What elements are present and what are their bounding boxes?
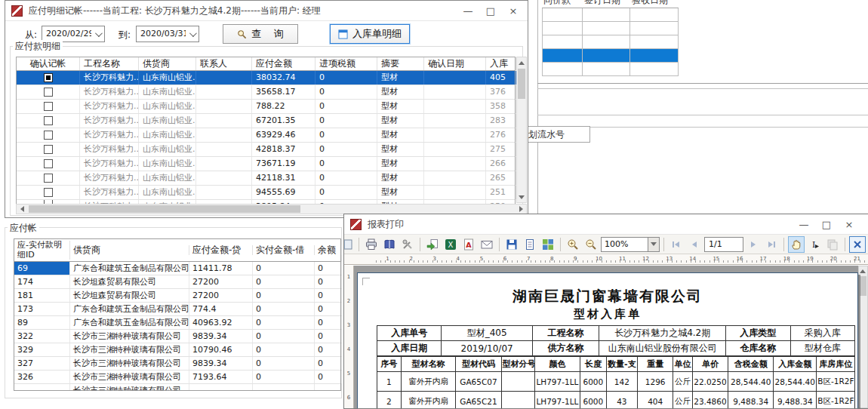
- balance-cell[interactable]: 0: [315, 357, 342, 370]
- checkbox-icon[interactable]: [44, 116, 53, 125]
- excel-icon[interactable]: X: [442, 236, 459, 253]
- supplier-cell[interactable]: 长沙坦森贸易有限公司: [70, 289, 189, 302]
- table-row[interactable]: 长沙市三湘特种玻璃有限公司: [14, 384, 340, 390]
- credit-cell[interactable]: [253, 384, 315, 390]
- credit-cell[interactable]: 0: [253, 262, 315, 275]
- table-row[interactable]: [542, 8, 679, 22]
- confirm-date-cell[interactable]: [424, 71, 486, 85]
- scrollbar-thumb[interactable]: [518, 69, 525, 99]
- debit-cell[interactable]: 27200: [189, 275, 253, 288]
- amount-cell[interactable]: 788.22: [252, 100, 315, 113]
- maximize-button[interactable]: □: [479, 1, 502, 21]
- payable-id-cell[interactable]: 327: [14, 357, 70, 370]
- table-row[interactable]: [542, 22, 679, 35]
- scroll-up-icon[interactable]: [858, 266, 867, 275]
- tax-cell[interactable]: 0: [315, 100, 377, 113]
- tools-icon[interactable]: [399, 236, 416, 253]
- column-header[interactable]: 供货商: [139, 57, 196, 70]
- balance-cell[interactable]: 0: [315, 289, 342, 302]
- package-icon[interactable]: [540, 236, 556, 253]
- maximize-button[interactable]: □: [815, 214, 838, 235]
- tax-cell[interactable]: 0: [315, 157, 377, 171]
- column-header[interactable]: 联系人: [196, 57, 252, 70]
- balance-cell[interactable]: 0: [315, 343, 342, 356]
- table-row[interactable]: 长沙万科魅力... 山东南山铝业... 38032.74 0 型材 405: [17, 71, 515, 85]
- confirm-checkbox-cell[interactable]: [17, 85, 80, 99]
- project-cell[interactable]: 长沙万科魅力...: [80, 186, 139, 199]
- credit-cell[interactable]: 0: [253, 371, 315, 383]
- supplier-cell[interactable]: 广东合和建筑五金制品有限公司: [70, 303, 189, 315]
- summary-cell[interactable]: 型材: [377, 128, 424, 142]
- inbound-no-cell[interactable]: 405: [486, 71, 516, 85]
- balance-cell[interactable]: 0: [315, 303, 342, 315]
- chevron-down-icon[interactable]: [91, 27, 103, 41]
- column-header[interactable]: 摘要: [377, 57, 424, 70]
- supplier-cell[interactable]: 长沙市三湘特种玻璃有限公司: [70, 330, 189, 343]
- sidebar-toggle-icon[interactable]: [344, 236, 355, 253]
- supplier-cell[interactable]: 长沙坦森贸易有限公司: [70, 275, 189, 288]
- column-header[interactable]: 入库: [486, 57, 516, 70]
- titlebar[interactable]: 报表打印 — □ ×: [344, 214, 868, 235]
- print-preview-area[interactable]: 123456 湖南巨晟门窗幕墙有限公司 型材入库单 入库单号: [344, 266, 868, 408]
- supplier-cell[interactable]: 山东南山铝业...: [139, 100, 196, 113]
- close-button[interactable]: ×: [502, 1, 525, 21]
- column-header[interactable]: 进项税额: [315, 57, 377, 70]
- confirm-date-cell[interactable]: [424, 100, 486, 113]
- zoom-level-combo[interactable]: 100%: [601, 237, 660, 252]
- credit-cell[interactable]: 0: [253, 316, 315, 329]
- amount-cell[interactable]: 63929.46: [252, 128, 315, 142]
- balance-cell[interactable]: 0: [315, 262, 342, 275]
- balance-cell[interactable]: [315, 384, 340, 390]
- checkbox-icon[interactable]: [44, 159, 53, 168]
- checkbox-icon[interactable]: [44, 145, 53, 154]
- tax-cell[interactable]: 0: [315, 171, 377, 185]
- supplier-cell[interactable]: 山东南山铝业...: [139, 186, 196, 199]
- confirm-checkbox-cell[interactable]: [17, 71, 80, 85]
- table-row[interactable]: 322 长沙市三湘特种玻璃有限公司 9839.34 0 0: [14, 330, 340, 343]
- confirm-date-cell[interactable]: [424, 114, 486, 128]
- summary-cell[interactable]: 型材: [377, 143, 424, 156]
- supplier-cell[interactable]: 山东南山铝业...: [139, 71, 196, 85]
- to-date-combo[interactable]: 2020/03/31: [136, 26, 199, 42]
- zoom-out-icon[interactable]: [583, 236, 599, 253]
- payable-id-cell[interactable]: 181: [14, 289, 70, 302]
- confirm-checkbox-cell[interactable]: [17, 114, 80, 128]
- debit-cell[interactable]: [189, 384, 253, 390]
- supplier-cell[interactable]: 长沙市三湘特种玻璃有限公司: [70, 384, 189, 390]
- contact-cell[interactable]: [196, 186, 252, 199]
- payable-id-cell[interactable]: 89: [14, 316, 70, 329]
- summary-cell[interactable]: 型材: [377, 171, 424, 185]
- confirm-date-cell[interactable]: [424, 143, 486, 156]
- hand-tool-icon[interactable]: [788, 236, 805, 253]
- payable-id-cell[interactable]: 322: [14, 330, 70, 343]
- column-header[interactable]: 余额: [315, 245, 342, 256]
- vertical-scrollbar[interactable]: [516, 57, 527, 203]
- inbound-no-cell[interactable]: 275: [486, 143, 516, 156]
- inbound-no-cell[interactable]: 266: [486, 157, 516, 171]
- column-header[interactable]: 供货商: [70, 245, 189, 256]
- first-page-icon[interactable]: [668, 236, 685, 253]
- preview-scrollbar[interactable]: [858, 266, 868, 408]
- contact-cell[interactable]: [196, 143, 252, 156]
- supplier-cell[interactable]: 长沙市三湘特种玻璃有限公司: [70, 343, 189, 356]
- scroll-up-icon[interactable]: [517, 58, 526, 67]
- credit-cell[interactable]: 0: [253, 275, 315, 288]
- summary-cell[interactable]: 型材: [377, 100, 424, 113]
- titlebar[interactable]: 应付明细记帐------当前工程: 长沙万科魅力之城4.2期------当前用户…: [5, 1, 528, 21]
- payable-id-cell[interactable]: 69: [14, 262, 70, 275]
- tax-cell[interactable]: 0: [315, 71, 377, 85]
- summary-cell[interactable]: 型材: [377, 85, 424, 99]
- contact-cell[interactable]: [196, 128, 252, 142]
- close-button[interactable]: ×: [838, 214, 860, 235]
- credit-cell[interactable]: 0: [253, 330, 315, 343]
- table-row[interactable]: 长沙万科魅力... 山东南山铝业... 42818.37 0 型材 275: [17, 143, 515, 157]
- debit-cell[interactable]: 40963.92: [189, 316, 253, 329]
- confirm-checkbox-cell[interactable]: [17, 128, 80, 142]
- project-cell[interactable]: 长沙万科魅力...: [80, 143, 139, 156]
- checkbox-icon[interactable]: [44, 174, 53, 183]
- column-header[interactable]: 确认日期: [424, 57, 486, 70]
- credit-cell[interactable]: 0: [253, 289, 315, 302]
- text-select-icon[interactable]: I: [806, 236, 823, 253]
- amount-cell[interactable]: 42118.31: [252, 171, 315, 185]
- copy-icon[interactable]: [824, 236, 841, 253]
